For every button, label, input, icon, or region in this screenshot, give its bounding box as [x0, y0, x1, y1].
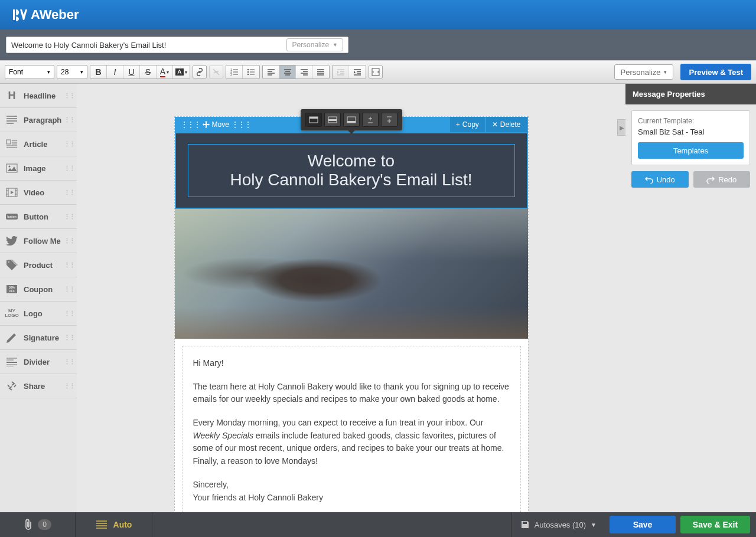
sidebar-item-product[interactable]: Product⋮⋮ [0, 253, 77, 277]
save-exit-button[interactable]: Save & Exit [680, 516, 750, 533]
align-left-button[interactable] [263, 66, 279, 78]
sidebar-item-share[interactable]: Share⋮⋮ [0, 374, 77, 398]
undo-icon [645, 175, 653, 184]
move-icon [203, 121, 210, 128]
grip-icon: ⋮⋮ [64, 334, 74, 342]
bold-button[interactable]: B [90, 66, 107, 78]
lines-icon [96, 520, 107, 529]
unordered-list-button[interactable] [243, 66, 259, 78]
sidebar-item-headline[interactable]: HHeadline⋮⋮ [0, 84, 77, 108]
redo-button: Redo [693, 171, 751, 188]
grip-icon: ⋮⋮ [64, 382, 74, 390]
align-center-button[interactable] [279, 66, 296, 78]
align-justify-button[interactable] [312, 66, 329, 78]
underline-button[interactable]: U [123, 66, 140, 78]
grip-icon: ⋮⋮⋮ [232, 120, 251, 129]
subject-input[interactable]: Welcome to Holy Cannoli Bakery's Email L… [6, 37, 348, 53]
bottom-bar: 0 Auto Autosaves (10) ▼ Save Save & Exit [0, 512, 756, 537]
preview-test-button[interactable]: Preview & Test [680, 64, 751, 80]
sidebar-item-button[interactable]: buttonButton⋮⋮ [0, 205, 77, 229]
svg-point-9 [9, 166, 11, 168]
attachments-button[interactable]: 0 [0, 512, 76, 537]
headline-line-2: Holy Cannoli Bakery's Email List! [200, 171, 503, 189]
elements-sidebar: HHeadline⋮⋮ Paragraph⋮⋮ Article⋮⋮ Image⋮… [0, 84, 77, 513]
ordered-list-button[interactable]: 123 [226, 66, 243, 78]
grip-icon: ⋮⋮ [64, 165, 74, 172]
pen-icon [5, 330, 19, 345]
grip-icon: ⋮⋮ [64, 310, 74, 317]
svg-point-5 [247, 74, 249, 75]
autosaves-dropdown[interactable]: Autosaves (10) ▼ [511, 512, 605, 537]
layout-full-button[interactable] [305, 113, 322, 127]
divider-icon [5, 355, 19, 369]
subject-bar: Welcome to Holy Cannoli Bakery's Email L… [0, 30, 756, 60]
sidebar-item-signature[interactable]: Signature⋮⋮ [0, 326, 77, 350]
italic-button[interactable]: I [107, 66, 123, 78]
grip-icon: ⋮⋮ [64, 92, 74, 100]
grip-icon: ⋮⋮ [64, 213, 74, 221]
layout-bottom-button[interactable] [343, 113, 360, 127]
add-above-button[interactable] [362, 113, 379, 127]
auto-button[interactable]: Auto [76, 512, 152, 537]
subject-personalize-button[interactable]: Personalize▼ [286, 38, 343, 51]
svg-point-4 [247, 71, 249, 73]
properties-panel: ▶ Message Properties Current Template: S… [625, 84, 756, 513]
email-canvas[interactable]: ⋮⋮⋮ Move ⋮⋮⋮ +Copy ✕Delete Welcome to Ho… [174, 116, 529, 513]
button-icon: button [5, 209, 19, 224]
align-right-button[interactable] [296, 66, 312, 78]
toolbar-personalize-button[interactable]: Personalize▾ [614, 64, 674, 80]
tag-icon [5, 258, 19, 272]
twitter-icon [5, 234, 19, 248]
sidebar-item-coupon[interactable]: 50%OFFCoupon⋮⋮ [0, 277, 77, 302]
attach-count: 0 [38, 519, 51, 530]
sidebar-item-article[interactable]: Article⋮⋮ [0, 132, 77, 156]
signoff-1: Sincerely, [193, 480, 229, 489]
undo-button[interactable]: Undo [631, 171, 689, 188]
source-button[interactable] [369, 66, 383, 78]
canvas-area: ⋮⋮⋮ Move ⋮⋮⋮ +Copy ✕Delete Welcome to Ho… [77, 84, 625, 513]
body-text-block[interactable]: Hi Mary! The team here at Holy Cannoli B… [182, 346, 521, 513]
sidebar-item-paragraph[interactable]: Paragraph⋮⋮ [0, 108, 77, 132]
font-select[interactable]: Font▾ [5, 65, 54, 79]
headline-block[interactable]: Welcome to Holy Cannoli Bakery's Email L… [175, 132, 528, 209]
text-color-button[interactable]: A▾ [157, 66, 173, 78]
article-icon [5, 137, 19, 151]
strike-button[interactable]: S [140, 66, 157, 78]
grip-icon: ⋮⋮ [64, 261, 74, 269]
sidebar-item-video[interactable]: Video⋮⋮ [0, 181, 77, 205]
brand-name: AWeber [31, 7, 79, 22]
chevron-down-icon: ▾ [664, 69, 667, 75]
copy-block-button[interactable]: +Copy [450, 117, 485, 132]
collapse-panel-button[interactable]: ▶ [617, 119, 625, 136]
chevron-down-icon: ▼ [591, 522, 597, 528]
svg-rect-17 [309, 117, 318, 119]
logo-icon: MYLOGO [5, 306, 19, 320]
font-size-select[interactable]: 28▾ [57, 65, 87, 79]
sidebar-item-follow-me[interactable]: Follow Me⋮⋮ [0, 229, 77, 253]
caret-down-icon: ▾ [47, 69, 50, 75]
current-template-name: Small Biz Sat - Teal [638, 127, 744, 136]
add-below-button[interactable] [381, 113, 397, 127]
headline-icon: H [5, 89, 19, 103]
sidebar-item-image[interactable]: Image⋮⋮ [0, 156, 77, 181]
hero-image[interactable] [175, 209, 528, 339]
app-header: AWeber [0, 0, 756, 30]
svg-rect-6 [372, 68, 379, 76]
save-button[interactable]: Save [610, 516, 676, 533]
unlink-button [209, 66, 223, 78]
indent-button[interactable] [349, 66, 366, 78]
share-icon [5, 379, 19, 393]
sidebar-item-logo[interactable]: MYLOGOLogo⋮⋮ [0, 302, 77, 326]
svg-rect-21 [347, 121, 356, 123]
headline-line-1: Welcome to [200, 152, 503, 171]
layout-mid-button[interactable] [324, 113, 341, 127]
signoff-2: Your friends at Holy Cannoli Bakery [193, 493, 324, 502]
current-template-label: Current Template: [638, 117, 744, 125]
background-color-button[interactable]: A▾ [173, 66, 190, 78]
link-button[interactable] [193, 66, 207, 78]
move-handle[interactable]: ⋮⋮⋮ Move ⋮⋮⋮ [176, 117, 256, 132]
delete-block-button[interactable]: ✕Delete [486, 117, 527, 132]
greeting: Hi Mary! [193, 357, 510, 370]
templates-button[interactable]: Templates [638, 142, 744, 159]
sidebar-item-divider[interactable]: Divider⋮⋮ [0, 350, 77, 374]
